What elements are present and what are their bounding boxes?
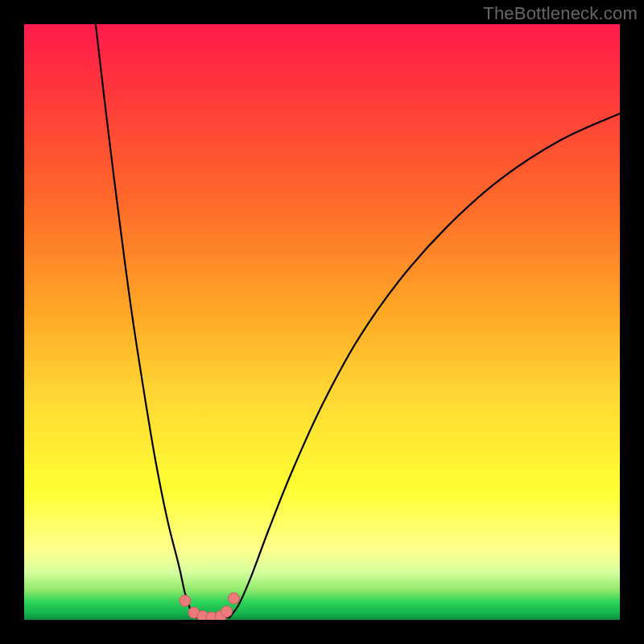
plot-area (24, 24, 620, 620)
valley-marker (228, 592, 239, 604)
chart-container: TheBottleneck.com (0, 0, 644, 644)
valley-marker (221, 606, 233, 617)
valley-marker (180, 595, 191, 606)
watermark-text: TheBottleneck.com (483, 3, 638, 24)
chart-svg (24, 24, 620, 620)
bottleneck-curve (96, 24, 620, 619)
